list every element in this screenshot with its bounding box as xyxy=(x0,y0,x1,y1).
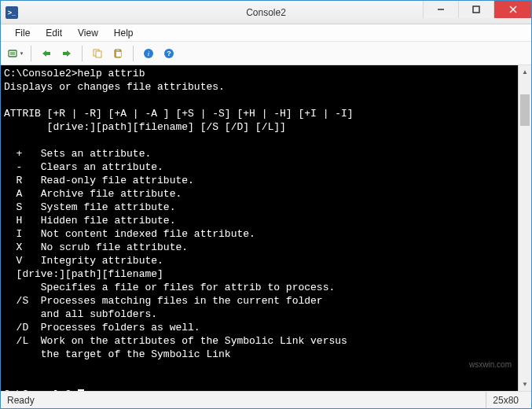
about-button[interactable]: ? xyxy=(160,45,178,62)
copy-icon xyxy=(92,48,103,59)
scroll-track[interactable] xyxy=(519,79,531,378)
menubar: File Edit View Help xyxy=(1,24,531,42)
svg-rect-11 xyxy=(96,51,101,57)
separator xyxy=(133,46,134,61)
minimize-icon xyxy=(437,6,445,13)
status-dimensions: 25x80 xyxy=(486,392,525,408)
vertical-scrollbar[interactable]: ▲ ▼ xyxy=(518,65,531,391)
svg-rect-1 xyxy=(473,6,479,13)
svg-text:?: ? xyxy=(167,50,171,57)
svg-rect-5 xyxy=(10,52,15,55)
close-icon xyxy=(509,6,517,13)
svg-rect-14 xyxy=(116,52,121,57)
menu-file[interactable]: File xyxy=(9,26,36,40)
arrow-right-icon xyxy=(61,49,72,58)
cursor xyxy=(78,389,84,391)
menu-help[interactable]: Help xyxy=(108,26,140,40)
info-icon: i xyxy=(143,48,154,59)
dropdown-icon: ▼ xyxy=(20,51,24,56)
app-icon: >_ xyxy=(6,6,18,19)
titlebar: >_ Console2 xyxy=(1,1,531,24)
svg-marker-9 xyxy=(67,50,71,57)
scroll-down-button[interactable]: ▼ xyxy=(519,378,531,391)
new-tab-button[interactable]: ▼ xyxy=(7,45,24,62)
maximize-button[interactable] xyxy=(458,1,493,18)
separator xyxy=(31,46,31,61)
menu-view[interactable]: View xyxy=(72,26,105,40)
minimize-button[interactable] xyxy=(423,1,458,18)
new-tab-icon xyxy=(8,48,19,59)
paste-icon xyxy=(112,48,123,59)
window-controls xyxy=(423,1,531,24)
svg-rect-7 xyxy=(46,52,50,55)
copy-button[interactable] xyxy=(89,45,106,62)
settings-button[interactable]: i xyxy=(140,45,157,62)
terminal-output[interactable]: C:\Console2>help attrib Displays or chan… xyxy=(1,65,518,391)
status-left: Ready xyxy=(7,395,35,406)
close-button[interactable] xyxy=(493,1,531,18)
prev-tab-button[interactable] xyxy=(38,45,55,62)
paste-button[interactable] xyxy=(109,45,127,62)
toolbar: ▼ i ? xyxy=(1,42,531,65)
next-tab-button[interactable] xyxy=(58,45,75,62)
scroll-thumb[interactable] xyxy=(520,94,530,126)
separator xyxy=(82,46,83,61)
terminal-area: C:\Console2>help attrib Displays or chan… xyxy=(1,65,531,391)
arrow-left-icon xyxy=(41,49,52,58)
scroll-up-button[interactable]: ▲ xyxy=(519,65,531,79)
menu-edit[interactable]: Edit xyxy=(39,26,68,40)
help-icon: ? xyxy=(163,48,174,59)
maximize-icon xyxy=(472,6,480,13)
svg-rect-13 xyxy=(116,49,119,51)
statusbar: Ready 25x80 xyxy=(1,391,531,408)
